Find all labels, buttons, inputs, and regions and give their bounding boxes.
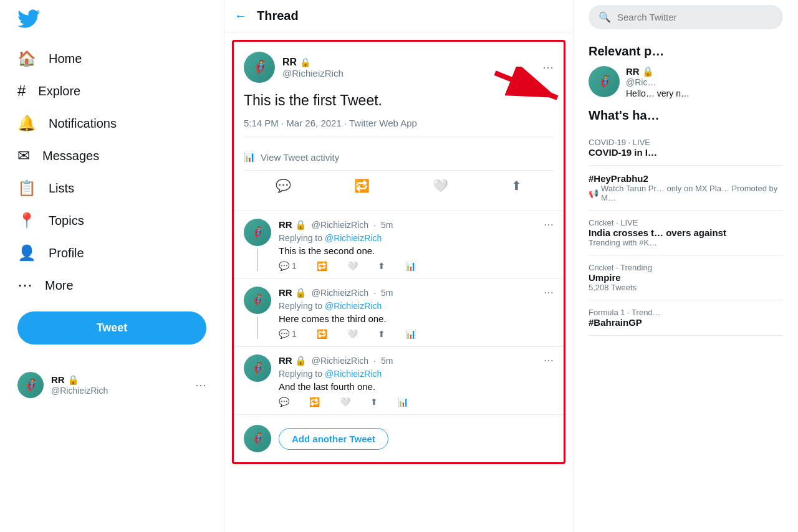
whats-happening: What's ha… COVID-19 · LIVE COVID-19 in I…	[589, 108, 783, 336]
messages-label: Messages	[42, 149, 99, 163]
trend-item[interactable]: Cricket · LIVE India crosses t… overs ag…	[589, 211, 783, 255]
share-button[interactable]: ⬆	[511, 178, 522, 193]
nav-item-more[interactable]: ⋯ More	[7, 269, 216, 302]
reply-count: 1	[292, 261, 297, 271]
retweet-button[interactable]: 🔁	[354, 178, 370, 193]
add-tweet-button[interactable]: Add another Tweet	[279, 428, 388, 450]
notifications-label: Notifications	[49, 116, 117, 131]
trend-category: Cricket · Trending	[589, 263, 783, 272]
reply-to-handle[interactable]: @RichieizRich	[325, 369, 382, 379]
reply-share-icon: ⬆	[370, 397, 378, 407]
reply-handle: @RichieizRich	[312, 220, 368, 230]
reply-analytics-button[interactable]: 📊	[405, 261, 416, 271]
more-label: More	[45, 278, 74, 293]
reply-reply-button[interactable]: 💬 1	[279, 329, 297, 339]
reply-reply-button[interactable]: 💬	[279, 397, 289, 407]
reply-more-button[interactable]: ⋯	[544, 219, 554, 230]
tweet-timestamp: 5:14 PM · Mar 26, 2021 · Twitter Web App	[244, 118, 554, 136]
reply-reply-icon: 💬	[279, 329, 289, 339]
like-icon: 🤍	[433, 178, 448, 193]
reply-tweet: 🦸 RR 🔒 @RichieizRich · 5m ⋯ Replying to …	[234, 211, 564, 279]
sidebar-user[interactable]: 🦸 RR 🔒 @RichieizRich ⋯	[7, 364, 216, 406]
nav-item-topics[interactable]: 📍 Topics	[7, 204, 216, 237]
reply-reply-icon: 💬	[279, 397, 289, 407]
reply-like-icon: 🤍	[347, 261, 358, 271]
reply-tweet: 🦸 RR 🔒 @RichieizRich · 5m ⋯ Replying to …	[234, 347, 564, 415]
tweet-more-button[interactable]: ⋯	[542, 60, 554, 74]
reply-retweet-button[interactable]: 🔁	[317, 261, 327, 271]
reply-retweet-button[interactable]: 🔁	[309, 397, 320, 407]
reply-share-button[interactable]: ⬆	[370, 397, 378, 407]
reply-handle: @RichieizRich	[312, 288, 368, 298]
search-icon: 🔍	[598, 11, 611, 23]
reply-share-button[interactable]: ⬆	[378, 329, 385, 339]
thread-line	[257, 316, 258, 339]
reply-avatar[interactable]: 🦸	[244, 287, 271, 314]
trend-item[interactable]: COVID-19 · LIVE COVID-19 in I…	[589, 130, 783, 166]
reply-handle: @RichieizRich	[312, 356, 368, 366]
thread-title: Thread	[257, 9, 299, 23]
nav-item-profile[interactable]: 👤 Profile	[7, 237, 216, 269]
trend-item[interactable]: Formula 1 · Trend… #BahrainGP	[589, 300, 783, 336]
reply-button[interactable]: 💬	[276, 178, 291, 193]
reply-share-icon: ⬆	[378, 261, 385, 271]
reply-user-row: RR 🔒 @RichieizRich · 5m ⋯	[279, 287, 554, 298]
like-button[interactable]: 🤍	[433, 178, 448, 193]
reply-like-icon: 🤍	[347, 329, 358, 339]
retweet-icon: 🔁	[354, 178, 370, 193]
explore-label: Explore	[38, 84, 80, 98]
trends-list: COVID-19 · LIVE COVID-19 in I… #HeyPrabh…	[589, 130, 783, 336]
reply-like-button[interactable]: 🤍	[347, 329, 358, 339]
back-button[interactable]: ←	[234, 9, 247, 23]
reply-tweets: 🦸 RR 🔒 @RichieizRich · 5m ⋯ Replying to …	[234, 211, 564, 415]
nav-item-explore[interactable]: # Explore	[7, 75, 216, 107]
reply-analytics-button[interactable]: 📊	[398, 397, 408, 407]
sidebar-more-icon[interactable]: ⋯	[195, 378, 206, 392]
reply-name: RR 🔒	[279, 219, 307, 230]
reply-avatar[interactable]: 🦸	[244, 354, 271, 382]
trend-name: #BahrainGP	[589, 317, 783, 328]
lists-icon: 📋	[17, 179, 36, 197]
reply-like-button[interactable]: 🤍	[347, 261, 358, 271]
view-activity-button[interactable]: 📊 View Tweet activity	[244, 144, 554, 171]
trend-item[interactable]: #HeyPrabhu2 📢 Watch Tarun Pr… only on MX…	[589, 166, 783, 211]
nav-item-home[interactable]: 🏠 Home	[7, 42, 216, 75]
more-icon: ⋯	[17, 277, 32, 294]
reply-dot: ·	[373, 288, 376, 298]
trend-name: COVID-19 in I…	[589, 147, 783, 158]
twitter-logo[interactable]	[7, 0, 216, 40]
profile-icon: 👤	[17, 244, 36, 262]
reply-share-icon: ⬆	[378, 329, 385, 339]
reply-retweet-icon: 🔁	[309, 397, 320, 407]
avatar: 🦸	[17, 372, 44, 398]
reply-avatar[interactable]: 🦸	[244, 219, 271, 246]
reply-share-button[interactable]: ⬆	[378, 261, 385, 271]
reply-to-handle[interactable]: @RichieizRich	[325, 233, 382, 243]
nav-item-lists[interactable]: 📋 Lists	[7, 172, 216, 204]
reply-retweet-icon: 🔁	[317, 261, 327, 271]
reply-retweet-button[interactable]: 🔁	[317, 329, 327, 339]
reply-more-button[interactable]: ⋯	[544, 287, 554, 298]
nav-item-messages[interactable]: ✉ Messages	[7, 140, 216, 172]
tweet-avatar[interactable]: 🦸	[244, 52, 275, 83]
tweet-content: This is the first Tweet.	[244, 90, 554, 110]
explore-icon: #	[17, 82, 26, 100]
relevant-user-avatar[interactable]: 🦸	[589, 66, 620, 97]
relevant-user-bio: Hello… very n…	[626, 88, 783, 98]
reply-to: Replying to @RichieizRich	[279, 369, 554, 379]
reply-analytics-button[interactable]: 📊	[405, 329, 416, 339]
search-input[interactable]	[617, 12, 773, 22]
reply-like-button[interactable]: 🤍	[340, 397, 350, 407]
trend-item[interactable]: Cricket · Trending Umpire 5,208 Tweets	[589, 255, 783, 300]
tweet-button[interactable]: Tweet	[17, 311, 206, 344]
nav-item-notifications[interactable]: 🔔 Notifications	[7, 107, 216, 140]
reply-content: This is the second one.	[279, 245, 554, 256]
reply-analytics-icon: 📊	[398, 397, 408, 407]
reply-more-button[interactable]: ⋯	[544, 354, 554, 366]
main-content: ← Thread 🦸 RR	[224, 0, 574, 532]
reply-body: RR 🔒 @RichieizRich · 5m ⋯ Replying to @R…	[279, 287, 554, 339]
search-input-wrap[interactable]: 🔍	[589, 5, 783, 29]
reply-to-handle[interactable]: @RichieizRich	[325, 301, 382, 311]
trend-name: India crosses t… overs against	[589, 227, 783, 238]
reply-reply-button[interactable]: 💬 1	[279, 261, 297, 271]
